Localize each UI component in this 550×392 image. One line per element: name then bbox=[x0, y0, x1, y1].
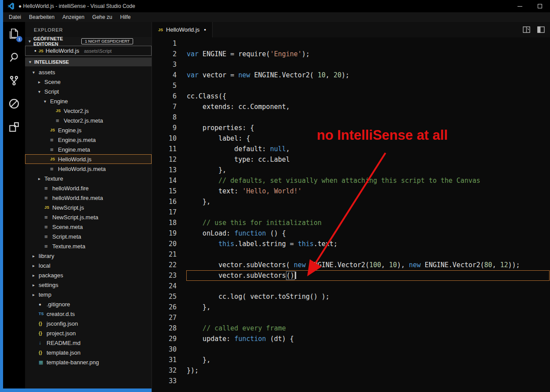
line-number[interactable]: 2 bbox=[152, 49, 177, 59]
open-editors-header[interactable]: ▾ GEÖFFNETE EDITOREN 1 NICHT GESPEICHERT bbox=[25, 37, 152, 46]
menu-bearbeiten[interactable]: Bearbeiten bbox=[25, 12, 58, 22]
line-number[interactable]: 32 bbox=[152, 365, 177, 376]
code-editor[interactable]: 12var ENGINE = require('Engine');34var v… bbox=[152, 37, 550, 392]
tree-item--gitignore[interactable]: ●.gitignore bbox=[25, 299, 152, 309]
chevron-down-icon[interactable]: ▾ bbox=[38, 89, 44, 94]
line-number[interactable]: 14 bbox=[152, 175, 177, 186]
tree-item-project-json[interactable]: {}project.json bbox=[25, 328, 152, 338]
line-number[interactable]: 21 bbox=[152, 249, 177, 260]
line-number[interactable]: 31 bbox=[152, 355, 177, 365]
menu-gehe-zu[interactable]: Gehe zu bbox=[88, 12, 116, 22]
code-line-23[interactable]: 23 vector.subVectors() bbox=[152, 270, 550, 281]
chevron-down-icon[interactable]: ▾ bbox=[33, 70, 39, 75]
split-editor-icon[interactable] bbox=[523, 26, 530, 33]
maximize-button[interactable] bbox=[530, 0, 550, 12]
code-line-25[interactable]: 25 cc.log( vector.toString() ); bbox=[152, 291, 550, 302]
tree-item-vector2-js-meta[interactable]: ≡Vector2.js.meta bbox=[25, 116, 152, 125]
code-line-5[interactable]: 5 bbox=[152, 80, 550, 91]
code-line-3[interactable]: 3 bbox=[152, 59, 550, 70]
code-line-26[interactable]: 26 }, bbox=[152, 302, 550, 312]
tree-item-packages[interactable]: ▸packages bbox=[25, 270, 152, 280]
tree-item-vector2-js[interactable]: JSVector2.js bbox=[25, 106, 152, 116]
chevron-right-icon[interactable]: ▸ bbox=[33, 263, 39, 268]
line-number[interactable]: 10 bbox=[152, 133, 177, 144]
tree-item-template-json[interactable]: {}template.json bbox=[25, 348, 152, 357]
line-number[interactable]: 13 bbox=[152, 165, 177, 175]
search-activity-button[interactable] bbox=[7, 51, 21, 64]
tree-item-helloworld-js[interactable]: JSHelloWorld.js bbox=[25, 154, 152, 164]
line-number[interactable]: 5 bbox=[152, 80, 177, 91]
chevron-right-icon[interactable]: ▸ bbox=[33, 292, 39, 297]
minimize-button[interactable] bbox=[510, 0, 530, 12]
tree-item-local[interactable]: ▸local bbox=[25, 261, 152, 270]
line-number[interactable]: 25 bbox=[152, 291, 177, 302]
chevron-down-icon[interactable]: ▾ bbox=[44, 99, 50, 104]
line-number[interactable]: 17 bbox=[152, 207, 177, 218]
line-number[interactable]: 16 bbox=[152, 196, 177, 207]
code-line-6[interactable]: 6cc.Class({ bbox=[152, 91, 550, 102]
tree-item-newscript-js-meta[interactable]: ≡NewScript.js.meta bbox=[25, 212, 152, 222]
line-number[interactable]: 7 bbox=[152, 102, 177, 112]
line-number[interactable]: 22 bbox=[152, 260, 177, 270]
code-line-1[interactable]: 1 bbox=[152, 38, 550, 49]
code-line-13[interactable]: 13 }, bbox=[152, 165, 550, 175]
code-line-2[interactable]: 2var ENGINE = require('Engine'); bbox=[152, 49, 550, 59]
tree-item-temp[interactable]: ▸temp bbox=[25, 290, 152, 299]
tree-item-library[interactable]: ▸library bbox=[25, 251, 152, 261]
tree-item-template-banner-png[interactable]: ▦template-banner.png bbox=[25, 357, 152, 367]
line-number[interactable]: 6 bbox=[152, 91, 177, 102]
code-line-21[interactable]: 21 bbox=[152, 249, 550, 260]
code-line-18[interactable]: 18 // use this for initialization bbox=[152, 218, 550, 228]
code-line-22[interactable]: 22 vector.subVectors( new ENGINE.Vector2… bbox=[152, 260, 550, 270]
tree-item-texture-meta[interactable]: ≡Texture.meta bbox=[25, 241, 152, 251]
code-line-27[interactable]: 27 bbox=[152, 312, 550, 323]
chevron-right-icon[interactable]: ▸ bbox=[38, 80, 44, 84]
code-line-8[interactable]: 8 bbox=[152, 112, 550, 123]
line-number[interactable]: 29 bbox=[152, 334, 177, 344]
code-line-30[interactable]: 30 bbox=[152, 344, 550, 355]
code-line-31[interactable]: 31 }, bbox=[152, 355, 550, 365]
tree-item-helloworld-fire-meta[interactable]: ≡helloWorld.fire.meta bbox=[25, 193, 152, 203]
tree-item-engine[interactable]: ▾Engine bbox=[25, 96, 152, 106]
tree-item-engine-meta[interactable]: ≡Engine.meta bbox=[25, 145, 152, 154]
tree-item-engine-js[interactable]: JSEngine.js bbox=[25, 125, 152, 135]
line-number[interactable]: 23 bbox=[152, 270, 177, 281]
code-line-12[interactable]: 12 type: cc.Label bbox=[152, 154, 550, 165]
tree-item-engine-js-meta[interactable]: ≡Engine.js.meta bbox=[25, 135, 152, 145]
code-line-7[interactable]: 7 extends: cc.Component, bbox=[152, 102, 550, 112]
tree-item-scene[interactable]: ▸Scene bbox=[25, 77, 152, 87]
tree-item-settings[interactable]: ▸settings bbox=[25, 280, 152, 290]
line-number[interactable]: 27 bbox=[152, 312, 177, 323]
menu-anzeigen[interactable]: Anzeigen bbox=[58, 12, 88, 22]
tree-item-readme-md[interactable]: ↓README.md bbox=[25, 338, 152, 348]
line-number[interactable]: 4 bbox=[152, 70, 177, 80]
code-line-14[interactable]: 14 // defaults, set visually when attach… bbox=[152, 175, 550, 186]
intellisense-section-header[interactable]: ▾ INTELLISENSE bbox=[25, 58, 152, 66]
line-number[interactable]: 28 bbox=[152, 323, 177, 334]
line-number[interactable]: 15 bbox=[152, 186, 177, 196]
code-line-24[interactable]: 24 bbox=[152, 281, 550, 291]
chevron-right-icon[interactable]: ▸ bbox=[33, 273, 39, 278]
code-line-15[interactable]: 15 text: 'Hello, World!' bbox=[152, 186, 550, 196]
tree-item-creator-d-ts[interactable]: TScreator.d.ts bbox=[25, 309, 152, 319]
code-line-20[interactable]: 20 this.label.string = this.text; bbox=[152, 239, 550, 249]
line-number[interactable]: 8 bbox=[152, 112, 177, 123]
line-number[interactable]: 18 bbox=[152, 218, 177, 228]
tree-item-script-meta[interactable]: ≡Script.meta bbox=[25, 232, 152, 241]
line-number[interactable]: 24 bbox=[152, 281, 177, 291]
source-control-activity-button[interactable] bbox=[7, 74, 21, 87]
code-line-33[interactable]: 33 bbox=[152, 376, 550, 386]
tree-item-texture[interactable]: ▸Texture bbox=[25, 174, 152, 183]
line-number[interactable]: 19 bbox=[152, 228, 177, 239]
explorer-activity-button[interactable]: 1 bbox=[7, 27, 21, 40]
code-line-29[interactable]: 29 update: function (dt) { bbox=[152, 334, 550, 344]
line-number[interactable]: 20 bbox=[152, 239, 177, 249]
code-line-19[interactable]: 19 onLoad: function () { bbox=[152, 228, 550, 239]
code-line-28[interactable]: 28 // called every frame bbox=[152, 323, 550, 334]
tree-item-script[interactable]: ▾Script bbox=[25, 87, 152, 96]
extensions-activity-button[interactable] bbox=[7, 120, 21, 134]
code-line-4[interactable]: 4var vector = new ENGINE.Vector2( 10, 20… bbox=[152, 70, 550, 80]
menu-datei[interactable]: Datei bbox=[5, 12, 25, 22]
tree-item-helloworld-js-meta[interactable]: ≡HelloWorld.js.meta bbox=[25, 164, 152, 174]
open-editor-item-helloworld[interactable]: ● JS HelloWorld.js assets\Script bbox=[25, 46, 152, 56]
